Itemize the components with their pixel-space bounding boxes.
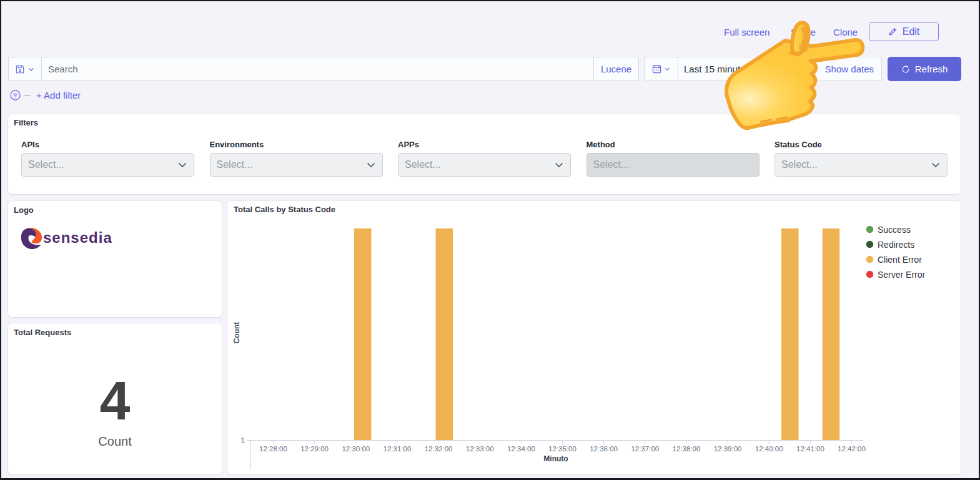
svg-text:12:39:00: 12:39:00 [714,445,742,453]
svg-text:Success: Success [878,225,911,235]
svg-text:12:35:00: 12:35:00 [548,445,577,453]
svg-text:Minuto: Minuto [543,454,568,463]
svg-text:Server Error: Server Error [878,270,926,280]
svg-text:12:32:00: 12:32:00 [425,445,453,453]
svg-text:12:38:00: 12:38:00 [673,445,701,453]
svg-text:12:37:00: 12:37:00 [631,445,659,453]
svg-text:Count: Count [232,322,241,344]
svg-text:12:33:00: 12:33:00 [466,445,494,453]
svg-text:12:40:00: 12:40:00 [755,445,783,453]
svg-text:12:31:00: 12:31:00 [384,445,412,453]
svg-text:12:42:00: 12:42:00 [838,445,866,453]
svg-text:1: 1 [241,436,245,444]
svg-text:12:34:00: 12:34:00 [507,445,535,453]
svg-text:12:36:00: 12:36:00 [590,445,618,453]
svg-text:12:28:00: 12:28:00 [259,445,287,453]
svg-text:12:30:00: 12:30:00 [342,445,370,453]
svg-text:12:29:00: 12:29:00 [300,445,329,453]
svg-text:Client Error: Client Error [878,255,922,265]
svg-text:12:41:00: 12:41:00 [796,445,824,453]
svg-text:Redirects: Redirects [878,240,914,250]
